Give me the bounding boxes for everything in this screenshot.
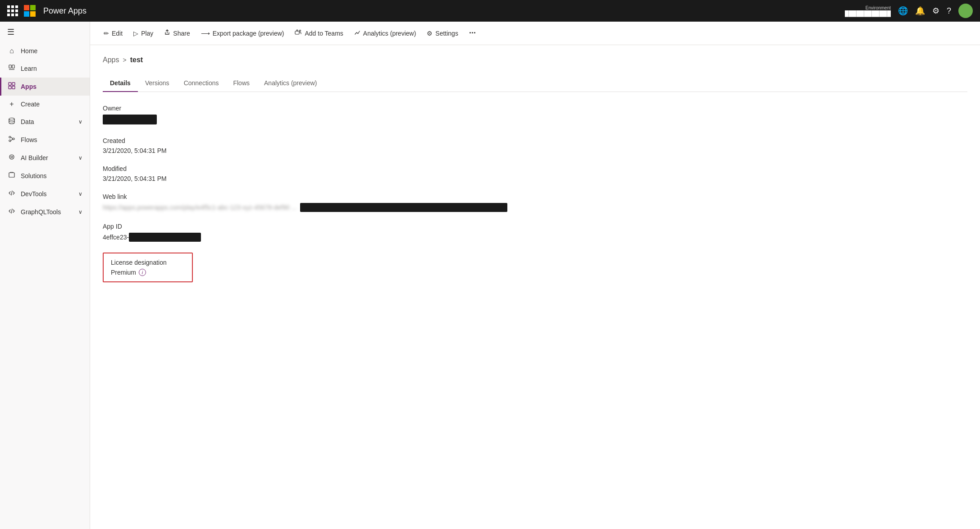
- svg-rect-18: [295, 31, 299, 34]
- appid-section: App ID 4effce23-: [103, 223, 967, 242]
- sidebar-item-label: GraphQLTools: [21, 208, 61, 216]
- modified-section: Modified 3/21/2020, 5:04:31 PM: [103, 165, 967, 182]
- weblink-row: https://apps.powerapps.com/play/e4f5c1-a…: [103, 203, 967, 212]
- tab-connections[interactable]: Connections: [177, 75, 226, 92]
- ai-builder-icon: [7, 153, 16, 162]
- owner-section: Owner: [103, 105, 967, 126]
- settings-icon[interactable]: ⚙: [932, 6, 939, 16]
- learn-icon: [7, 64, 16, 73]
- sidebar-item-solutions[interactable]: Solutions: [0, 167, 90, 185]
- sidebar-item-graphqltools[interactable]: GraphQLTools ∨: [0, 203, 90, 221]
- sidebar-item-apps[interactable]: Apps: [0, 78, 90, 96]
- play-icon: ▷: [133, 30, 138, 37]
- sidebar-item-label: AI Builder: [21, 154, 48, 161]
- bell-icon[interactable]: 🔔: [915, 6, 925, 16]
- waffle-icon[interactable]: [7, 5, 18, 16]
- appid-prefix: 4effce23-: [103, 234, 129, 241]
- weblink-label: Web link: [103, 193, 967, 200]
- created-label: Created: [103, 137, 967, 144]
- home-icon: ⌂: [7, 47, 16, 55]
- svg-rect-10: [12, 86, 15, 89]
- created-value: 3/21/2020, 5:04:31 PM: [103, 147, 967, 154]
- app-title: Power Apps: [43, 6, 87, 16]
- solutions-icon: [7, 171, 16, 180]
- export-button[interactable]: ⟶ Export package (preview): [196, 27, 289, 40]
- globe-icon[interactable]: 🌐: [898, 6, 908, 16]
- sidebar-item-learn[interactable]: Learn: [0, 60, 90, 78]
- apps-icon: [7, 82, 16, 91]
- license-value-row: Premium i: [111, 269, 185, 276]
- sidebar-item-data[interactable]: Data ∨: [0, 113, 90, 131]
- owner-value: [103, 115, 157, 124]
- sidebar-item-flows[interactable]: Flows: [0, 131, 90, 149]
- devtools-icon: [7, 189, 16, 198]
- svg-rect-5: [12, 65, 14, 68]
- modified-label: Modified: [103, 165, 967, 172]
- settings-btn-icon: ⚙: [427, 30, 433, 37]
- svg-rect-0: [24, 5, 29, 10]
- sidebar-item-label: Learn: [21, 65, 37, 72]
- breadcrumb: Apps > test: [103, 56, 967, 64]
- flows-icon: [7, 135, 16, 144]
- sidebar-item-ai-builder[interactable]: AI Builder ∨: [0, 149, 90, 167]
- tab-versions[interactable]: Versions: [138, 75, 177, 92]
- svg-rect-2: [24, 11, 29, 17]
- svg-rect-1: [30, 5, 36, 10]
- tab-flows[interactable]: Flows: [226, 75, 257, 92]
- svg-rect-7: [9, 83, 11, 85]
- user-avatar[interactable]: [958, 4, 973, 18]
- data-icon: [7, 117, 16, 126]
- environment-section: Environment ████████████: [845, 5, 891, 17]
- settings-button[interactable]: ⚙ Settings: [422, 27, 463, 40]
- svg-point-13: [13, 138, 14, 140]
- sidebar-item-label: Create: [21, 101, 40, 108]
- graphqltools-icon: [7, 207, 16, 216]
- more-button[interactable]: ···: [465, 26, 480, 41]
- page-content: Apps > test Details Versions Connections…: [90, 45, 980, 529]
- svg-rect-17: [9, 173, 14, 177]
- env-label: Environment: [866, 5, 891, 10]
- license-label: License designation: [111, 259, 185, 266]
- nav-left: Power Apps: [7, 5, 87, 17]
- license-info-icon[interactable]: i: [139, 269, 146, 276]
- breadcrumb-current: test: [130, 56, 143, 64]
- tabs: Details Versions Connections Flows Analy…: [103, 75, 967, 92]
- main-layout: ☰ ⌂ Home Learn Apps + Create Data ∨: [0, 22, 980, 529]
- share-button[interactable]: Share: [160, 27, 194, 40]
- play-button[interactable]: ▷ Play: [129, 27, 158, 40]
- sidebar-item-devtools[interactable]: DevTools ∨: [0, 185, 90, 203]
- devtools-chevron-icon: ∨: [78, 191, 82, 197]
- data-chevron-icon: ∨: [78, 119, 82, 125]
- analytics-icon: [354, 29, 360, 37]
- sidebar-item-label: Flows: [21, 136, 37, 143]
- edit-icon: ✏: [104, 30, 109, 37]
- sidebar-hamburger[interactable]: ☰: [0, 22, 90, 42]
- tab-analytics[interactable]: Analytics (preview): [257, 75, 324, 92]
- nav-right: Environment ████████████ 🌐 🔔 ⚙ ?: [845, 4, 973, 18]
- ai-builder-chevron-icon: ∨: [78, 155, 82, 161]
- export-icon: ⟶: [201, 30, 210, 37]
- svg-point-12: [9, 136, 11, 138]
- weblink-section: Web link https://apps.powerapps.com/play…: [103, 193, 967, 212]
- svg-point-15: [9, 155, 14, 159]
- graphqltools-chevron-icon: ∨: [78, 209, 82, 215]
- owner-label: Owner: [103, 105, 967, 112]
- svg-rect-9: [9, 86, 11, 89]
- analytics-button[interactable]: Analytics (preview): [350, 27, 420, 40]
- tab-details[interactable]: Details: [103, 75, 138, 92]
- add-to-teams-button[interactable]: Add to Teams: [290, 26, 347, 40]
- sidebar-item-label: Apps: [21, 83, 36, 90]
- breadcrumb-parent[interactable]: Apps: [103, 56, 119, 64]
- sidebar-item-home[interactable]: ⌂ Home: [0, 42, 90, 60]
- edit-button[interactable]: ✏ Edit: [99, 27, 127, 40]
- appid-label: App ID: [103, 223, 967, 230]
- weblink-blurred: https://apps.powerapps.com/play/e4f5c1-a…: [103, 204, 296, 211]
- license-section: License designation Premium i: [103, 253, 193, 282]
- sidebar-item-label: Data: [21, 118, 34, 125]
- create-icon: +: [7, 100, 16, 108]
- top-nav: Power Apps Environment ████████████ 🌐 🔔 …: [0, 0, 980, 22]
- svg-point-19: [296, 30, 298, 31]
- sidebar-item-create[interactable]: + Create: [0, 96, 90, 113]
- license-value-text: Premium: [111, 269, 136, 276]
- help-icon[interactable]: ?: [947, 6, 951, 16]
